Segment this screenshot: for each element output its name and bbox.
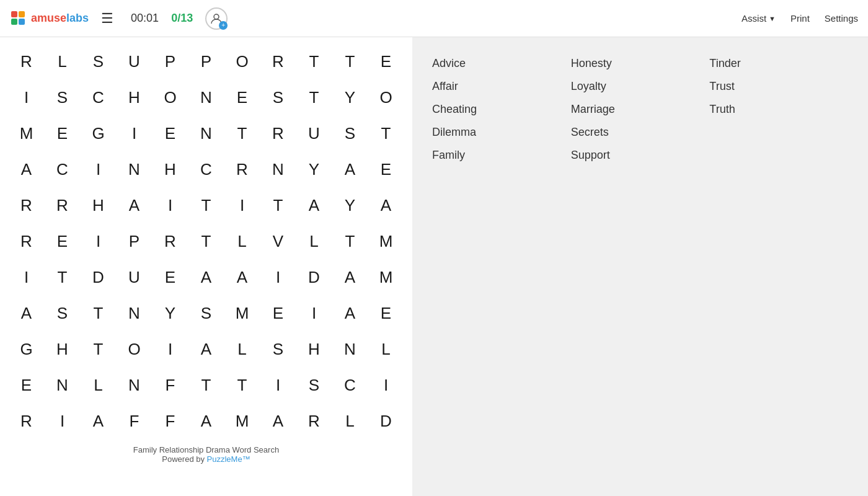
grid-cell[interactable]: T bbox=[224, 367, 260, 403]
grid-cell[interactable]: E bbox=[153, 259, 188, 295]
grid-cell[interactable]: O bbox=[224, 43, 260, 79]
grid-cell[interactable]: I bbox=[224, 187, 260, 223]
grid-cell[interactable]: F bbox=[153, 403, 188, 439]
grid-cell[interactable]: I bbox=[260, 367, 296, 403]
word-item[interactable]: Loyalty bbox=[571, 75, 710, 98]
grid-cell[interactable]: T bbox=[260, 187, 296, 223]
grid-cell[interactable]: I bbox=[296, 295, 332, 331]
grid-cell[interactable]: R bbox=[9, 43, 45, 79]
grid-cell[interactable]: A bbox=[332, 151, 368, 187]
grid-cell[interactable]: F bbox=[117, 403, 153, 439]
grid-cell[interactable]: T bbox=[188, 367, 224, 403]
grid-cell[interactable]: O bbox=[153, 79, 188, 115]
grid-cell[interactable]: T bbox=[332, 223, 368, 259]
grid-cell[interactable]: T bbox=[368, 115, 404, 151]
grid-cell[interactable]: L bbox=[81, 367, 117, 403]
grid-cell[interactable]: I bbox=[153, 331, 188, 367]
avatar-button[interactable] bbox=[205, 7, 228, 30]
grid-cell[interactable]: N bbox=[188, 115, 224, 151]
grid-cell[interactable]: A bbox=[296, 187, 332, 223]
grid-cell[interactable]: R bbox=[153, 223, 188, 259]
grid-cell[interactable]: M bbox=[224, 295, 260, 331]
grid-cell[interactable]: S bbox=[45, 79, 81, 115]
grid-cell[interactable]: T bbox=[224, 115, 260, 151]
grid-cell[interactable]: R bbox=[260, 115, 296, 151]
grid-cell[interactable]: Y bbox=[296, 151, 332, 187]
grid-cell[interactable]: L bbox=[332, 403, 368, 439]
grid-cell[interactable]: G bbox=[81, 115, 117, 151]
grid-cell[interactable]: A bbox=[188, 259, 224, 295]
grid-cell[interactable]: R bbox=[45, 187, 81, 223]
grid-cell[interactable]: R bbox=[9, 187, 45, 223]
grid-cell[interactable]: M bbox=[368, 223, 404, 259]
grid-cell[interactable]: Y bbox=[332, 187, 368, 223]
grid-cell[interactable]: I bbox=[153, 187, 188, 223]
grid-cell[interactable]: L bbox=[224, 331, 260, 367]
grid-cell[interactable]: S bbox=[45, 295, 81, 331]
grid-cell[interactable]: U bbox=[296, 115, 332, 151]
grid-cell[interactable]: D bbox=[296, 259, 332, 295]
grid-cell[interactable]: A bbox=[260, 403, 296, 439]
word-item[interactable]: Affair bbox=[432, 75, 571, 98]
word-item[interactable]: Honesty bbox=[571, 52, 710, 75]
grid-cell[interactable]: E bbox=[153, 115, 188, 151]
grid-cell[interactable]: S bbox=[188, 295, 224, 331]
puzzleme-link[interactable]: PuzzleMe™ bbox=[207, 454, 250, 464]
grid-cell[interactable]: I bbox=[81, 223, 117, 259]
grid-cell[interactable]: E bbox=[260, 295, 296, 331]
word-item[interactable]: Truth bbox=[709, 98, 848, 121]
grid-cell[interactable]: M bbox=[9, 115, 45, 151]
grid-cell[interactable]: R bbox=[224, 151, 260, 187]
word-item[interactable]: Cheating bbox=[432, 98, 571, 121]
grid-cell[interactable]: I bbox=[260, 259, 296, 295]
print-button[interactable]: Print bbox=[790, 13, 810, 24]
grid-cell[interactable]: T bbox=[81, 331, 117, 367]
grid-cell[interactable]: A bbox=[81, 403, 117, 439]
grid-cell[interactable]: S bbox=[81, 43, 117, 79]
grid-cell[interactable]: U bbox=[117, 259, 153, 295]
grid-cell[interactable]: C bbox=[81, 79, 117, 115]
grid-cell[interactable]: I bbox=[81, 151, 117, 187]
word-item[interactable]: Support bbox=[571, 144, 710, 167]
word-item[interactable]: Trust bbox=[709, 75, 848, 98]
grid-cell[interactable]: S bbox=[260, 331, 296, 367]
grid-cell[interactable]: M bbox=[368, 259, 404, 295]
grid-cell[interactable]: T bbox=[188, 187, 224, 223]
grid-cell[interactable]: Y bbox=[332, 79, 368, 115]
grid-cell[interactable]: C bbox=[45, 151, 81, 187]
word-item[interactable]: Secrets bbox=[571, 121, 710, 144]
grid-cell[interactable]: E bbox=[45, 115, 81, 151]
grid-cell[interactable]: P bbox=[117, 223, 153, 259]
grid-cell[interactable]: L bbox=[368, 331, 404, 367]
grid-cell[interactable]: A bbox=[332, 259, 368, 295]
grid-cell[interactable]: H bbox=[153, 151, 188, 187]
grid-cell[interactable]: C bbox=[188, 151, 224, 187]
grid-cell[interactable]: T bbox=[81, 295, 117, 331]
grid-cell[interactable]: T bbox=[296, 79, 332, 115]
word-item[interactable]: Marriage bbox=[571, 98, 710, 121]
grid-cell[interactable]: I bbox=[9, 259, 45, 295]
word-item[interactable]: Advice bbox=[432, 52, 571, 75]
hamburger-button[interactable]: ☰ bbox=[101, 11, 113, 27]
grid-cell[interactable]: E bbox=[368, 295, 404, 331]
grid-cell[interactable]: H bbox=[81, 187, 117, 223]
grid-cell[interactable]: I bbox=[9, 79, 45, 115]
grid-cell[interactable]: H bbox=[117, 79, 153, 115]
grid-cell[interactable]: D bbox=[81, 259, 117, 295]
settings-button[interactable]: Settings bbox=[825, 13, 858, 24]
grid-cell[interactable]: A bbox=[188, 331, 224, 367]
grid-cell[interactable]: P bbox=[153, 43, 188, 79]
assist-button[interactable]: Assist ▼ bbox=[742, 13, 776, 24]
grid-cell[interactable]: O bbox=[368, 79, 404, 115]
word-item[interactable]: Family bbox=[432, 144, 571, 167]
grid-cell[interactable]: U bbox=[117, 43, 153, 79]
grid-cell[interactable]: A bbox=[332, 295, 368, 331]
grid-cell[interactable]: I bbox=[117, 115, 153, 151]
grid-cell[interactable]: A bbox=[224, 259, 260, 295]
grid-cell[interactable]: S bbox=[296, 367, 332, 403]
grid-cell[interactable]: C bbox=[332, 367, 368, 403]
grid-cell[interactable]: S bbox=[260, 79, 296, 115]
grid-cell[interactable]: A bbox=[9, 295, 45, 331]
grid-cell[interactable]: N bbox=[332, 331, 368, 367]
grid-cell[interactable]: E bbox=[368, 43, 404, 79]
